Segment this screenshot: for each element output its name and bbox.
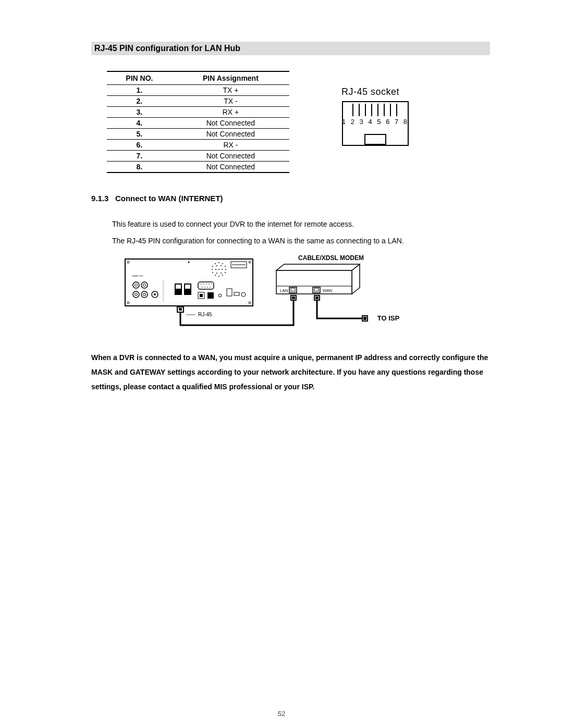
table-row: 2.TX - (107, 96, 289, 107)
svg-rect-87 (363, 317, 366, 320)
svg-point-61 (207, 287, 208, 288)
paragraph: This feature is used to connect your DVR… (112, 218, 490, 230)
svg-point-27 (222, 269, 223, 270)
svg-rect-52 (185, 285, 190, 289)
svg-point-28 (221, 273, 222, 274)
svg-point-31 (218, 269, 219, 270)
svg-point-23 (212, 266, 213, 267)
svg-point-22 (212, 269, 213, 270)
wan-label: WAN (323, 288, 333, 293)
pin-config-table: PIN NO. PIN Assignment 1.TX + 2.TX - 3.R… (107, 71, 289, 173)
table-row: 3.RX + (107, 107, 289, 118)
svg-point-15 (225, 266, 226, 267)
svg-point-57 (209, 283, 210, 285)
table-row: 7.Not Connected (107, 151, 289, 162)
svg-point-55 (203, 283, 204, 285)
svg-point-60 (204, 287, 205, 288)
table-row: 6.RX - (107, 140, 289, 151)
table-row: 8.Not Connected (107, 162, 289, 173)
svg-rect-10 (125, 259, 253, 306)
svg-rect-65 (207, 292, 214, 299)
table-row: 5.Not Connected (107, 129, 289, 140)
page-number: 52 (0, 710, 563, 718)
warning-paragraph: When a DVR is connected to a WAN, you mu… (91, 350, 490, 394)
svg-point-29 (216, 273, 217, 274)
to-isp-label: TO ISP (377, 314, 400, 322)
section-title: RJ-45 PIN configuration for LAN Hub (91, 42, 490, 55)
socket-pin-numbers: 1 2 3 4 5 6 7 8 (342, 118, 409, 126)
svg-point-14 (222, 263, 223, 264)
svg-point-26 (221, 265, 222, 266)
table-row: 1.TX + (107, 85, 289, 96)
svg-point-30 (215, 269, 216, 270)
socket-label: RJ-45 socket (341, 87, 409, 97)
svg-rect-85 (315, 297, 319, 299)
svg-point-24 (215, 263, 216, 264)
svg-point-16 (225, 269, 226, 270)
svg-point-20 (215, 275, 216, 276)
subsection-title: 9.1.3 Connect to WAN (INTERNET) (91, 194, 490, 203)
lan-label: LAN (280, 288, 288, 293)
svg-rect-83 (292, 297, 295, 299)
modem-label: CABLE/XDSL MODEM (298, 255, 364, 262)
paragraph: The RJ-45 PIN configuration for connecti… (112, 235, 490, 246)
table-row: 4.Not Connected (107, 118, 289, 129)
rj45-label: RJ-45 (198, 312, 212, 317)
col-header-pin-no: PIN NO. (107, 71, 172, 85)
svg-rect-64 (200, 294, 203, 297)
svg-text:VIDEO OUT: VIDEO OUT (132, 275, 144, 277)
connection-diagram: VIDEO OUT RJ-45 CABLE/XDSL MODEM LAN WAN (123, 255, 414, 336)
svg-rect-50 (176, 285, 181, 289)
svg-point-56 (206, 283, 207, 285)
svg-point-13 (218, 262, 219, 263)
svg-point-54 (201, 283, 202, 285)
svg-rect-72 (179, 308, 182, 311)
svg-point-25 (216, 265, 217, 266)
rj45-socket-icon: 1 2 3 4 5 6 7 8 (341, 101, 409, 146)
svg-point-11 (188, 261, 190, 263)
svg-point-58 (211, 283, 212, 285)
svg-point-18 (222, 275, 223, 276)
svg-rect-9 (365, 134, 386, 144)
svg-point-17 (225, 272, 226, 273)
svg-marker-74 (276, 264, 360, 270)
svg-point-47 (154, 293, 156, 295)
svg-point-19 (218, 276, 219, 277)
svg-point-59 (202, 287, 203, 288)
col-header-pin-assignment: PIN Assignment (172, 71, 289, 85)
svg-point-62 (210, 287, 211, 288)
svg-point-21 (212, 272, 213, 273)
